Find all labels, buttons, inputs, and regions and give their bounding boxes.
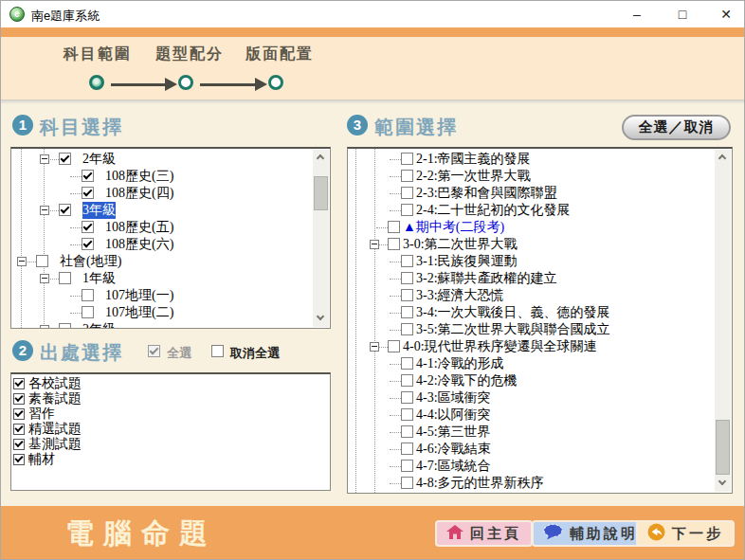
list-item-label[interactable]: 精選試題 bbox=[28, 422, 82, 437]
expander-minus-icon[interactable] bbox=[17, 257, 27, 266]
tree-item[interactable]: 4-7:區域統合 bbox=[348, 458, 715, 475]
tree-item-label[interactable]: 3-2:蘇聯共產政權的建立 bbox=[416, 270, 557, 287]
tree-item[interactable]: 4-5:第三世界 bbox=[348, 424, 715, 441]
list-item-label[interactable]: 習作 bbox=[28, 406, 55, 422]
checkbox[interactable] bbox=[401, 255, 413, 267]
tree-item[interactable]: 108歷史(四) bbox=[11, 185, 313, 202]
expander-minus-icon[interactable] bbox=[40, 206, 49, 215]
tree-item[interactable]: 2年級 bbox=[11, 151, 313, 168]
tree-item[interactable]: 3-0:第二次世界大戰 bbox=[348, 236, 715, 253]
checkbox[interactable] bbox=[401, 204, 413, 216]
tree-item-label[interactable]: 3-4:一次大戰後日、義、德的發展 bbox=[416, 304, 610, 321]
home-button[interactable]: 回主頁 bbox=[435, 520, 533, 547]
list-item[interactable]: 精選試題 bbox=[11, 422, 330, 437]
scroll-down-icon[interactable] bbox=[715, 476, 731, 492]
checkbox[interactable] bbox=[401, 391, 413, 404]
tree-item-label[interactable]: 2年級 bbox=[82, 151, 116, 168]
checkbox[interactable] bbox=[13, 378, 25, 389]
checkbox[interactable] bbox=[401, 477, 413, 489]
list-item[interactable]: 習作 bbox=[11, 406, 330, 422]
tree-item[interactable]: 2-4:二十世紀初的文化發展 bbox=[348, 202, 715, 219]
expander-minus-icon[interactable] bbox=[40, 325, 49, 329]
tree-item-label[interactable]: 3年級 bbox=[82, 202, 116, 219]
checkbox[interactable] bbox=[401, 170, 413, 182]
tree-item-label[interactable]: 2-4:二十世紀初的文化發展 bbox=[416, 202, 571, 219]
tree-item-label[interactable]: 4-0:現代世界秩序變遷與全球關連 bbox=[403, 338, 597, 355]
help-button[interactable]: 輔助說明 bbox=[532, 520, 649, 547]
checkbox[interactable] bbox=[401, 306, 413, 318]
tree-item[interactable]: 2-1:帝國主義的發展 bbox=[348, 151, 715, 168]
tree-item-label[interactable]: 108歷史(三) bbox=[105, 168, 173, 185]
tree-item-label[interactable]: 2-2:第一次世界大戰 bbox=[416, 168, 531, 185]
tree-item-label[interactable]: 4-1:冷戰的形成 bbox=[416, 355, 504, 372]
tree-item-label[interactable]: 2年級 bbox=[82, 321, 116, 329]
tree-item[interactable]: 2-2:第一次世界大戰 bbox=[348, 168, 715, 185]
checkbox[interactable] bbox=[401, 374, 413, 387]
checkbox[interactable] bbox=[401, 443, 413, 455]
list-item[interactable]: 基測試題 bbox=[11, 437, 330, 452]
checkbox[interactable] bbox=[82, 187, 94, 199]
next-step-button[interactable]: 下一步 bbox=[636, 520, 735, 547]
checkbox[interactable] bbox=[36, 255, 48, 267]
select-all-toggle-button[interactable]: 全選／取消 bbox=[622, 115, 731, 140]
tree-item-label[interactable]: ▲期中考(二段考) bbox=[403, 219, 504, 236]
checkbox[interactable] bbox=[82, 238, 94, 250]
minimize-button[interactable]: – bbox=[617, 1, 657, 27]
tree-item[interactable]: 3-2:蘇聯共產政權的建立 bbox=[348, 270, 715, 287]
tree-item[interactable]: 4-1:冷戰的形成 bbox=[348, 355, 715, 372]
deselect-all-checkbox[interactable] bbox=[211, 345, 224, 357]
list-item[interactable]: 輔材 bbox=[11, 452, 330, 467]
tree-item-label[interactable]: 社會(地理) bbox=[60, 253, 121, 270]
scrollbar-thumb[interactable] bbox=[314, 176, 328, 210]
tree-item-label[interactable]: 108歷史(六) bbox=[105, 236, 173, 253]
tree-item-label[interactable]: 3-3:經濟大恐慌 bbox=[416, 287, 504, 304]
tree-item[interactable]: 3年級 bbox=[11, 202, 313, 219]
tree-item[interactable]: 4-2:冷戰下的危機 bbox=[348, 372, 715, 389]
checkbox[interactable] bbox=[59, 204, 71, 216]
expander-minus-icon[interactable] bbox=[40, 274, 49, 283]
tree-item-label[interactable]: 4-3:區域衝突 bbox=[416, 389, 491, 406]
tree-item-label[interactable]: 4-4:以阿衝突 bbox=[416, 406, 491, 424]
checkbox[interactable] bbox=[59, 272, 71, 284]
tree-item[interactable]: 4-8:多元的世界新秩序 bbox=[348, 475, 715, 492]
tree-item-label[interactable]: 3-1:民族復興運動 bbox=[416, 253, 518, 270]
tree-item-label[interactable]: 4-2:冷戰下的危機 bbox=[416, 372, 518, 389]
list-item-label[interactable]: 素養試題 bbox=[28, 391, 82, 406]
list-item-label[interactable]: 輔材 bbox=[28, 452, 55, 467]
checkbox[interactable] bbox=[82, 289, 94, 301]
checkbox[interactable] bbox=[82, 170, 94, 182]
checkbox[interactable] bbox=[13, 439, 25, 450]
checkbox[interactable] bbox=[13, 454, 25, 465]
tree-item-label[interactable]: 4-6:冷戰結束 bbox=[416, 441, 491, 458]
scope-tree-scrollbar[interactable] bbox=[715, 150, 731, 492]
checkbox[interactable] bbox=[82, 221, 94, 233]
checkbox[interactable] bbox=[401, 408, 413, 421]
tree-item[interactable]: 4-0:現代世界秩序變遷與全球關連 bbox=[348, 338, 715, 355]
scroll-down-icon[interactable] bbox=[313, 311, 329, 327]
tree-item[interactable]: 3-5:第二次世界大戰與聯合國成立 bbox=[348, 321, 715, 338]
tree-item[interactable]: 4-3:區域衝突 bbox=[348, 389, 715, 406]
tree-item[interactable]: 社會(地理) bbox=[11, 253, 313, 270]
tree-item[interactable]: 4-6:冷戰結束 bbox=[348, 441, 715, 458]
tree-item-label[interactable]: 107地理(一) bbox=[105, 287, 173, 304]
tree-item[interactable]: 3-3:經濟大恐慌 bbox=[348, 287, 715, 304]
tree-item[interactable]: 3-4:一次大戰後日、義、德的發展 bbox=[348, 304, 715, 321]
tree-item-label[interactable]: 1年級 bbox=[82, 270, 116, 287]
tree-item[interactable]: ▲期中考(二段考) bbox=[348, 219, 715, 236]
tree-item[interactable]: 108歷史(三) bbox=[11, 168, 313, 185]
maximize-button[interactable]: □ bbox=[663, 1, 702, 27]
expander-minus-icon[interactable] bbox=[370, 240, 379, 249]
tree-item[interactable]: 1年級 bbox=[11, 270, 313, 287]
checkbox[interactable] bbox=[13, 424, 25, 435]
checkbox[interactable] bbox=[82, 306, 94, 318]
tree-item-label[interactable]: 3-0:第二次世界大戰 bbox=[403, 236, 518, 253]
checkbox[interactable] bbox=[401, 357, 413, 370]
checkbox[interactable] bbox=[59, 153, 71, 165]
tree-item-label[interactable]: 4-8:多元的世界新秩序 bbox=[416, 475, 544, 492]
tree-item-label[interactable]: 107地理(二) bbox=[105, 304, 173, 321]
subject-tree-scrollbar[interactable] bbox=[313, 150, 329, 327]
list-item[interactable]: 素養試題 bbox=[11, 391, 330, 406]
checkbox[interactable] bbox=[13, 408, 25, 420]
checkbox[interactable] bbox=[401, 153, 413, 165]
checkbox[interactable] bbox=[59, 323, 71, 329]
